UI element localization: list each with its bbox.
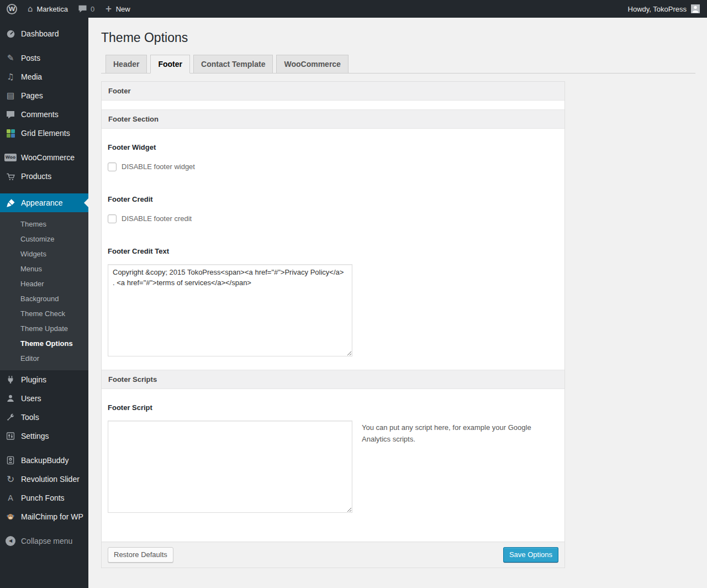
sidebar-item-dashboard[interactable]: Dashboard [0,24,88,43]
collapse-menu-button[interactable]: ◀ Collapse menu [0,532,88,550]
restore-defaults-button[interactable]: Restore Defaults [108,547,173,563]
sidebar-item-revolution-slider[interactable]: ↻ Revolution Slider [0,470,88,489]
sidebar-item-label: BackupBuddy [21,456,68,465]
cart-icon [5,171,16,182]
comments-shortcut[interactable]: 0 [78,5,94,13]
tab-woocommerce[interactable]: WooCommerce [276,55,348,74]
backup-drive-icon [5,455,16,466]
panel-action-row: Restore Defaults Save Options [102,542,564,568]
sidebar-item-mailchimp[interactable]: MailChimp for WP [0,507,88,526]
sidebar-item-media[interactable]: ♫ Media [0,67,88,86]
submenu-item-header[interactable]: Header [0,276,88,291]
sidebar-item-label: Tools [21,413,39,422]
sidebar-item-appearance[interactable]: Appearance [0,193,88,212]
section-header-footer-section: Footer Section [102,109,564,129]
sidebar-item-posts[interactable]: ✎ Posts [0,49,88,67]
sidebar-item-label: Dashboard [21,29,59,38]
media-icon: ♫ [5,71,16,82]
comments-icon [5,109,16,120]
footer-widget-label: Footer Widget [108,143,558,151]
wrench-icon [5,412,16,423]
collapse-menu-label: Collapse menu [21,537,72,545]
submenu-item-editor[interactable]: Editor [0,351,88,366]
save-options-button[interactable]: Save Options [503,547,558,563]
sidebar-item-label: MailChimp for WP [21,512,83,521]
plugin-icon [5,374,16,385]
comment-count: 0 [91,5,94,13]
sidebar-item-grid-elements[interactable]: Grid Elements [0,124,88,143]
sidebar-item-label: Settings [21,432,49,440]
submenu-item-menus[interactable]: Menus [0,261,88,276]
settings-icon [5,431,16,442]
submenu-item-customize[interactable]: Customize [0,232,88,246]
submenu-item-themes[interactable]: Themes [0,217,88,232]
appearance-submenu: Themes Customize Widgets Menus Header Ba… [0,212,88,370]
mailchimp-monkey-icon [5,511,16,522]
avatar [691,4,700,13]
plus-icon: + [105,5,112,13]
sidebar-item-plugins[interactable]: Plugins [0,370,88,389]
footer-scripts-body: Footer Script You can put any script her… [102,389,564,542]
submenu-item-background[interactable]: Background [0,291,88,306]
main-content: Theme Options Header Footer Contact Temp… [88,18,707,588]
comment-bubble-icon [78,5,87,13]
letter-a-icon: A [5,492,16,503]
sidebar-item-label: Comments [21,110,59,119]
woocommerce-icon: Woo [5,152,16,163]
sidebar-item-comments[interactable]: Comments [0,105,88,124]
sidebar-item-label: Media [21,72,42,81]
footer-section-body: Footer Widget DISABLE footer widget Foot… [102,129,564,370]
submenu-item-theme-check[interactable]: Theme Check [0,306,88,321]
dashboard-icon [5,28,16,39]
footer-script-help-text: You can put any script here, for example… [362,421,533,445]
user-icon [5,393,16,404]
sidebar-item-woocommerce[interactable]: Woo WooCommerce [0,148,88,167]
admin-menu: Dashboard ✎ Posts ♫ Media ▤ Pages Commen… [0,18,88,588]
brush-icon [5,197,16,208]
sidebar-item-pages[interactable]: ▤ Pages [0,86,88,105]
disable-footer-widget-text: DISABLE footer widget [122,162,195,171]
sidebar-item-settings[interactable]: Settings [0,427,88,445]
sidebar-item-label: Posts [21,54,40,62]
wordpress-logo-menu[interactable]: W [7,4,17,14]
submenu-item-theme-options[interactable]: Theme Options [0,336,88,351]
footer-credit-text-label: Footer Credit Text [108,247,558,255]
sidebar-item-products[interactable]: Products [0,167,88,186]
howdy-text: Howdy, TokoPress [628,5,687,13]
pin-icon: ✎ [5,53,16,64]
collapse-icon: ◀ [5,536,16,547]
site-name-link[interactable]: ⌂ Marketica [28,5,68,13]
section-header-footer-scripts: Footer Scripts [102,370,564,389]
sidebar-item-users[interactable]: Users [0,389,88,408]
submenu-item-widgets[interactable]: Widgets [0,246,88,261]
wordpress-admin-screen: W ⌂ Marketica 0 + New Howdy, TokoPress [0,0,707,588]
submenu-item-theme-update[interactable]: Theme Update [0,321,88,336]
sidebar-item-label: Pages [21,91,43,100]
refresh-icon: ↻ [5,474,16,485]
sidebar-item-label: Users [21,394,41,403]
sidebar-item-tools[interactable]: Tools [0,408,88,427]
disable-footer-widget-checkbox[interactable] [108,162,117,171]
footer-script-textarea[interactable] [108,421,352,513]
page-title: Theme Options [101,30,695,46]
sidebar-item-label: Grid Elements [21,129,70,138]
panel-spacer [102,101,564,109]
footer-credit-label: Footer Credit [108,195,558,203]
sidebar-item-punch-fonts[interactable]: A Punch Fonts [0,489,88,507]
theme-options-panel: Footer Footer Section Footer Widget DISA… [101,81,565,568]
sidebar-item-backupbuddy[interactable]: BackupBuddy [0,451,88,470]
grid-elements-icon [5,128,16,139]
tab-header[interactable]: Header [105,55,147,74]
disable-footer-credit-checkbox[interactable] [108,214,117,223]
sidebar-item-label: WooCommerce [21,153,75,162]
new-content-menu[interactable]: + New [105,5,130,13]
tab-footer[interactable]: Footer [150,55,190,74]
sidebar-item-label: Revolution Slider [21,475,80,484]
new-label: New [116,5,130,13]
admin-bar: W ⌂ Marketica 0 + New Howdy, TokoPress [0,0,707,18]
footer-credit-text-textarea[interactable]: Copyright &copy; 2015 TokoPress<span><a … [108,264,352,356]
wordpress-logo-icon: W [7,4,17,14]
tab-contact-template[interactable]: Contact Template [193,55,273,74]
sidebar-item-label: Products [21,172,51,181]
my-account-menu[interactable]: Howdy, TokoPress [628,4,700,13]
